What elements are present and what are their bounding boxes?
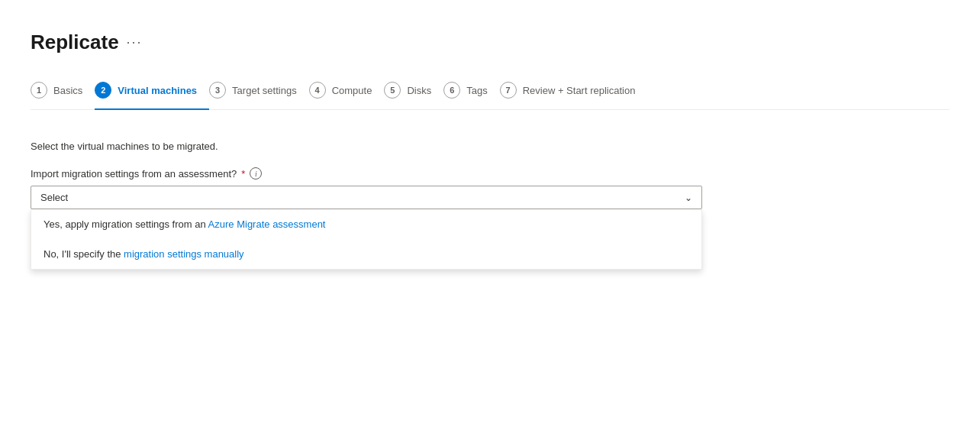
step-number-target-settings: 3 bbox=[209, 82, 226, 99]
field-label-row: Import migration settings from an assess… bbox=[31, 167, 949, 180]
page-title: Replicate bbox=[31, 31, 119, 54]
page-container: Replicate ··· 1 Basics 2 Virtual machine… bbox=[0, 0, 980, 225]
assessment-select[interactable]: Select ⌄ bbox=[31, 186, 702, 209]
step-label-compute: Compute bbox=[332, 85, 372, 96]
step-label-tags: Tags bbox=[466, 85, 487, 96]
step-number-compute: 4 bbox=[309, 82, 326, 99]
step-label-target-settings: Target settings bbox=[232, 85, 297, 96]
select-placeholder: Select bbox=[40, 192, 68, 203]
dropdown-wrapper: Select ⌄ Yes, apply migration settings f… bbox=[31, 186, 949, 209]
more-options-icon[interactable]: ··· bbox=[127, 34, 143, 50]
step-disks[interactable]: 5 Disks bbox=[384, 82, 443, 109]
step-compute[interactable]: 4 Compute bbox=[309, 82, 385, 109]
step-number-basics: 1 bbox=[31, 82, 47, 99]
page-header: Replicate ··· bbox=[31, 31, 949, 54]
step-number-tags: 6 bbox=[443, 82, 460, 99]
section-description: Select the virtual machines to be migrat… bbox=[31, 141, 949, 152]
step-review[interactable]: 7 Review + Start replication bbox=[500, 82, 648, 109]
step-target-settings[interactable]: 3 Target settings bbox=[209, 82, 309, 109]
info-icon[interactable]: i bbox=[250, 167, 262, 180]
step-virtual-machines[interactable]: 2 Virtual machines bbox=[95, 82, 209, 109]
step-tags[interactable]: 6 Tags bbox=[443, 82, 499, 109]
dropdown-item-yes-link: Azure Migrate assessment bbox=[208, 218, 326, 230]
dropdown-item-yes-prefix: Yes, apply migration settings from an bbox=[44, 218, 208, 230]
dropdown-item-no-link: migration settings manually bbox=[124, 248, 244, 260]
step-basics[interactable]: 1 Basics bbox=[31, 82, 95, 109]
dropdown-menu: Yes, apply migration settings from an Az… bbox=[31, 209, 702, 270]
step-number-virtual-machines: 2 bbox=[95, 82, 111, 99]
dropdown-item-no[interactable]: No, I'll specify the migration settings … bbox=[31, 239, 701, 269]
dropdown-item-yes[interactable]: Yes, apply migration settings from an Az… bbox=[31, 209, 701, 239]
step-number-disks: 5 bbox=[384, 82, 401, 99]
required-indicator: * bbox=[241, 168, 245, 180]
step-number-review: 7 bbox=[500, 82, 517, 99]
step-label-basics: Basics bbox=[53, 85, 82, 96]
content-area: Select the virtual machines to be migrat… bbox=[31, 133, 949, 209]
chevron-down-icon: ⌄ bbox=[685, 192, 692, 203]
wizard-steps: 1 Basics 2 Virtual machines 3 Target set… bbox=[31, 82, 949, 110]
step-label-review: Review + Start replication bbox=[523, 85, 636, 96]
field-label-text: Import migration settings from an assess… bbox=[31, 168, 237, 180]
step-label-virtual-machines: Virtual machines bbox=[118, 85, 197, 96]
step-label-disks: Disks bbox=[407, 85, 431, 96]
dropdown-item-no-text: No, I'll specify the bbox=[44, 248, 124, 260]
